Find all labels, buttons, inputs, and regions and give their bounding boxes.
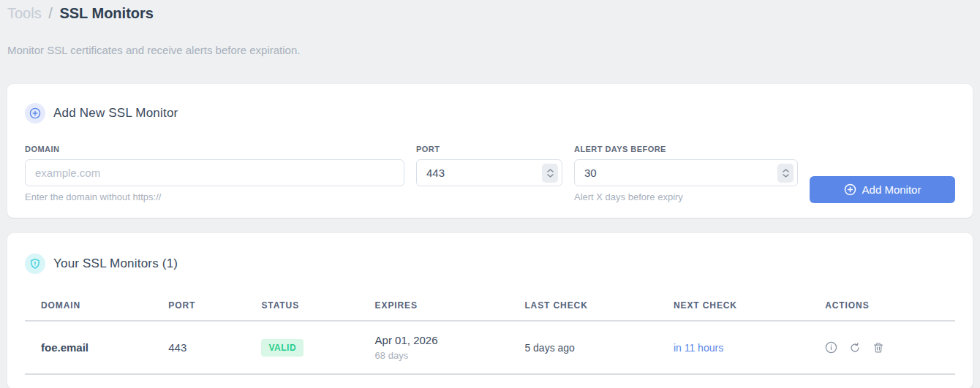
add-monitor-card: Add New SSL Monitor DOMAIN Enter the dom…: [7, 84, 973, 218]
monitor-domain: foe.email: [41, 341, 88, 354]
port-input[interactable]: [416, 159, 562, 186]
domain-field-label: DOMAIN: [25, 145, 404, 154]
plus-circle-icon: [25, 103, 45, 123]
alert-days-input[interactable]: [574, 159, 798, 186]
info-button[interactable]: [825, 341, 837, 354]
domain-input[interactable]: [25, 159, 404, 186]
alert-days-field-group: ALERT DAYS BEFORE Alert X days before ex…: [574, 145, 798, 202]
chevron-up-icon: [783, 169, 789, 172]
chevron-up-icon: [547, 169, 554, 172]
page-subtitle: Monitor SSL certificates and receive ale…: [7, 44, 973, 56]
monitor-next-check[interactable]: in 11 hours: [674, 342, 723, 354]
monitors-card: Your SSL Monitors (1) DOMAIN PORT STATUS…: [7, 233, 973, 388]
monitor-expires-days: 68 days: [375, 350, 509, 361]
port-stepper[interactable]: [542, 164, 558, 183]
table-header-last-check: LAST CHECK: [508, 300, 657, 321]
refresh-button[interactable]: [849, 342, 861, 354]
trash-icon: [872, 342, 884, 354]
table-header-domain: DOMAIN: [25, 300, 152, 321]
monitors-table: DOMAIN PORT STATUS EXPIRES LAST CHECK NE…: [25, 300, 955, 375]
monitor-expires-date: Apr 01, 2026: [375, 334, 509, 346]
alert-days-stepper[interactable]: [777, 164, 794, 183]
add-monitor-form: DOMAIN Enter the domain without https://…: [25, 145, 955, 203]
page-header: Tools / SSL Monitors Monitor SSL certifi…: [0, 0, 980, 56]
ssl-monitors-page: Tools / SSL Monitors Monitor SSL certifi…: [0, 0, 980, 388]
add-monitor-button[interactable]: Add Monitor: [810, 176, 955, 203]
shield-icon: [25, 254, 45, 274]
row-actions: [825, 341, 955, 354]
breadcrumb-separator: /: [45, 5, 56, 21]
breadcrumb: Tools / SSL Monitors: [7, 4, 973, 22]
breadcrumb-tools[interactable]: Tools: [7, 5, 42, 21]
delete-button[interactable]: [872, 342, 884, 354]
chevron-down-icon: [783, 174, 789, 178]
refresh-icon: [849, 342, 861, 354]
domain-field-helper: Enter the domain without https://: [25, 191, 404, 202]
status-badge: VALID: [261, 339, 304, 357]
table-header-row: DOMAIN PORT STATUS EXPIRES LAST CHECK NE…: [25, 300, 955, 321]
monitor-port: 443: [168, 341, 186, 354]
domain-field-group: DOMAIN Enter the domain without https://: [25, 145, 404, 202]
table-header-actions: ACTIONS: [809, 300, 955, 321]
table-row: foe.email 443 VALID Apr 01, 2026 68 days…: [25, 321, 955, 374]
add-monitor-button-wrap: Add Monitor: [810, 145, 955, 203]
add-monitor-button-label: Add Monitor: [862, 183, 921, 196]
port-field-label: PORT: [416, 145, 562, 154]
monitor-last-check: 5 days ago: [524, 342, 575, 354]
table-header-next-check: NEXT CHECK: [657, 300, 809, 321]
add-monitor-card-title: Add New SSL Monitor: [53, 106, 178, 121]
table-header-status: STATUS: [245, 300, 358, 321]
table-header-port: PORT: [152, 300, 245, 321]
add-monitor-card-header: Add New SSL Monitor: [25, 103, 955, 123]
chevron-down-icon: [547, 174, 554, 178]
alert-days-field-label: ALERT DAYS BEFORE: [574, 145, 798, 154]
port-field-group: PORT: [416, 145, 562, 186]
monitors-card-title: Your SSL Monitors (1): [53, 256, 178, 271]
info-icon: [825, 341, 837, 354]
page-title: SSL Monitors: [59, 5, 154, 21]
plus-circle-icon: [844, 183, 856, 196]
alert-days-field-helper: Alert X days before expiry: [574, 191, 798, 202]
table-header-expires: EXPIRES: [359, 300, 509, 321]
monitors-card-header: Your SSL Monitors (1): [25, 254, 955, 274]
